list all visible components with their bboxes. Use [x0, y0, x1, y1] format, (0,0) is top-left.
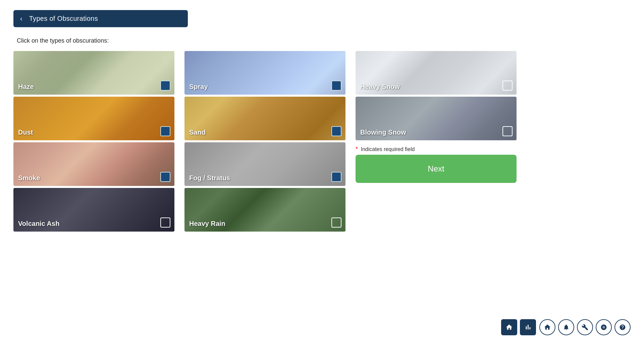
- tile-haze[interactable]: Haze: [13, 51, 174, 95]
- tile-spray[interactable]: Spray: [184, 51, 345, 95]
- tile-fog-label: Fog / Stratus: [189, 174, 230, 182]
- column-3: Heavy Snow Blowing Snow * Indicates requ…: [356, 51, 517, 232]
- next-button[interactable]: Next: [356, 155, 517, 183]
- bell-circle-button[interactable]: [558, 319, 574, 335]
- tile-haze-label: Haze: [18, 83, 34, 91]
- tile-sand[interactable]: Sand: [184, 97, 345, 140]
- tile-blowing-snow-label: Blowing Snow: [360, 129, 406, 136]
- chart-square-button[interactable]: [520, 319, 536, 335]
- tile-volcanic-ash[interactable]: Volcanic Ash: [13, 188, 174, 232]
- tile-dust-label: Dust: [18, 129, 33, 136]
- tile-dust-checkbox[interactable]: [160, 126, 170, 136]
- bottom-navigation: [501, 319, 631, 335]
- tile-heavy-snow-checkbox[interactable]: [502, 81, 513, 91]
- column-2: Spray Sand Fog / Stratus Heavy Rain: [184, 51, 345, 232]
- tile-blowing-snow[interactable]: Blowing Snow: [356, 97, 517, 140]
- tile-sand-checkbox[interactable]: [331, 126, 341, 136]
- required-field-text: Indicates required field: [361, 146, 415, 152]
- column-1: Haze Dust Smoke Volcanic Ash: [13, 51, 174, 232]
- home-circle-button[interactable]: [539, 319, 555, 335]
- tile-heavy-rain-label: Heavy Rain: [189, 220, 225, 228]
- tile-volcanic-checkbox[interactable]: [160, 217, 170, 228]
- required-field-notice: * Indicates required field: [356, 146, 517, 153]
- tile-smoke-label: Smoke: [18, 174, 40, 182]
- tile-heavy-rain-checkbox[interactable]: [331, 217, 341, 228]
- tile-heavy-snow[interactable]: Heavy Snow: [356, 51, 517, 95]
- tile-heavy-snow-label: Heavy Snow: [360, 83, 400, 91]
- link-circle-button[interactable]: [596, 319, 612, 335]
- tile-spray-checkbox[interactable]: [331, 81, 341, 91]
- tile-haze-bg: [13, 51, 174, 95]
- tile-sand-label: Sand: [189, 129, 206, 136]
- wrench-circle-button[interactable]: [577, 319, 593, 335]
- right-tiles: Heavy Snow Blowing Snow: [356, 51, 517, 140]
- help-circle-button[interactable]: [614, 319, 631, 335]
- tile-heavy-rain[interactable]: Heavy Rain: [184, 188, 345, 232]
- asterisk-icon: *: [356, 146, 358, 152]
- main-content: Haze Dust Smoke Volcanic Ash Spray Sand: [13, 51, 631, 232]
- tile-blowing-snow-checkbox[interactable]: [502, 126, 513, 136]
- tile-volcanic-label: Volcanic Ash: [18, 220, 59, 228]
- page-title: Types of Obscurations: [29, 15, 98, 22]
- square-icon-group: [501, 319, 536, 335]
- circle-icon-group: [539, 319, 631, 335]
- back-button[interactable]: ‹: [20, 15, 22, 22]
- tile-haze-checkbox[interactable]: [160, 81, 170, 91]
- tile-spray-label: Spray: [189, 83, 208, 91]
- tile-dust[interactable]: Dust: [13, 97, 174, 140]
- instruction-text: Click on the types of obscurations:: [17, 37, 644, 44]
- tile-dust-bg: [13, 97, 174, 140]
- tile-smoke[interactable]: Smoke: [13, 142, 174, 186]
- page-header: ‹ Types of Obscurations: [13, 10, 188, 27]
- tile-fog-checkbox[interactable]: [331, 172, 341, 182]
- tile-sand-bg: [184, 97, 345, 140]
- tile-smoke-checkbox[interactable]: [160, 172, 170, 182]
- home-square-button[interactable]: [501, 319, 517, 335]
- tile-fog-stratus[interactable]: Fog / Stratus: [184, 142, 345, 186]
- tile-spray-bg: [184, 51, 345, 95]
